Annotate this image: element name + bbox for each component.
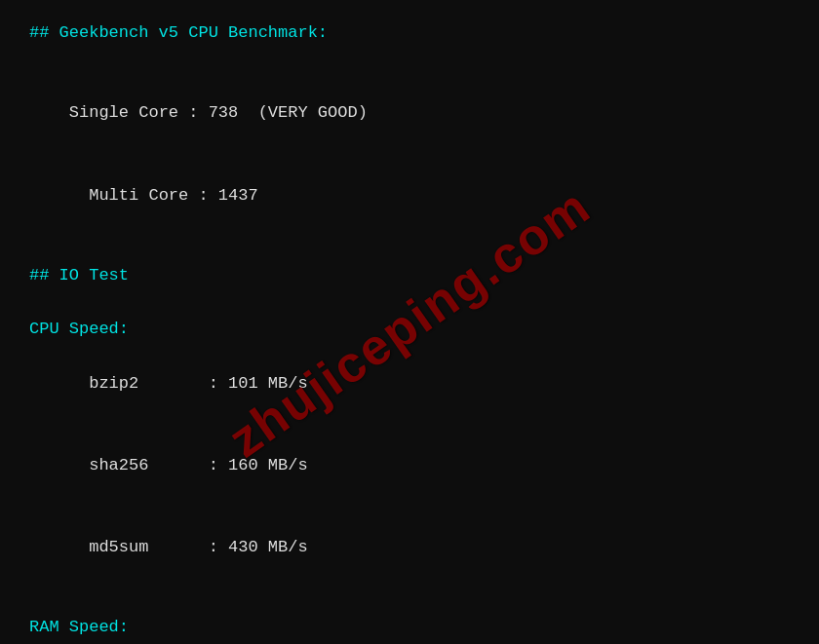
single-core-rating: (VERY GOOD): [238, 103, 368, 122]
spacer-3: [29, 289, 790, 315]
ram-speed-header: RAM Speed:: [29, 614, 790, 641]
spacer-2: [29, 237, 790, 262]
md5sum-label: md5sum :: [69, 538, 228, 556]
sha256-line: sha256 : 160 MB/s: [29, 425, 790, 507]
bzip2-line: bzip2 : 101 MB/s: [29, 343, 790, 425]
geekbench-header: ## Geekbench v5 CPU Benchmark:: [29, 19, 790, 47]
bzip2-value: 101 MB/s: [228, 374, 308, 393]
single-core-value: 738: [209, 103, 239, 122]
multi-core-value: 1437: [218, 186, 258, 205]
sha256-value: 160 MB/s: [228, 456, 308, 474]
spacer-4: [29, 588, 790, 614]
md5sum-line: md5sum : 430 MB/s: [29, 507, 790, 588]
multi-core-line: Multi Core : 1437: [29, 155, 790, 237]
multi-core-label: Multi Core :: [69, 186, 218, 205]
cpu-speed-header: CPU Speed:: [29, 316, 790, 343]
io-header: ## IO Test: [29, 262, 790, 289]
terminal-window: ## Geekbench v5 CPU Benchmark: Single Co…: [0, 0, 819, 644]
sha256-label: sha256 :: [69, 456, 228, 474]
md5sum-value: 430 MB/s: [228, 538, 308, 556]
spacer-1: [29, 47, 790, 72]
single-core-line: Single Core : 738 (VERY GOOD): [29, 72, 790, 154]
bzip2-label: bzip2 :: [69, 374, 228, 393]
single-core-label: Single Core :: [69, 103, 209, 122]
